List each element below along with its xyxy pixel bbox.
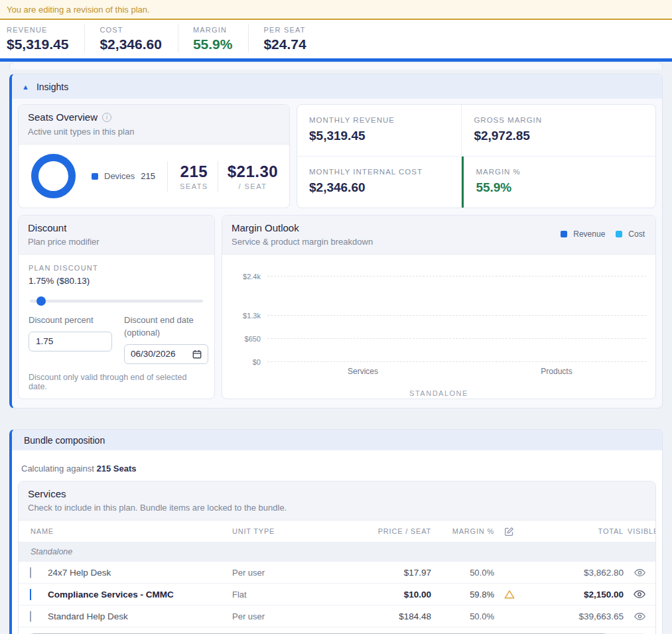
row-checkbox[interactable]: [30, 611, 31, 622]
discount-end-date-input[interactable]: 06/30/2026: [124, 344, 208, 364]
bundle-composition-header[interactable]: Bundle composition: [12, 430, 662, 450]
service-row-compliance-cmmc[interactable]: Compliance Services - CMMC Flat $10.00 5…: [19, 584, 655, 605]
stat-revenue: REVENUE $5,319.45: [5, 25, 84, 52]
service-name: Standard Help Desk: [48, 611, 232, 621]
col-name: NAME: [19, 527, 232, 535]
discount-slider[interactable]: [30, 296, 203, 306]
row-checkbox[interactable]: [30, 567, 31, 578]
stat-margin-value: 55.9%: [193, 36, 233, 52]
legend-item-revenue[interactable]: Revenue: [561, 229, 605, 239]
margin-pct-value: 55.9%: [476, 180, 655, 195]
visibility-eye-icon[interactable]: [624, 590, 655, 599]
calculating-seats-value: 215 Seats: [96, 464, 136, 474]
services-card: Services Check to include in this plan. …: [18, 481, 656, 634]
services-subtitle: Check to include in this plan. Bundle it…: [28, 503, 646, 513]
discount-end-date-value: 06/30/2026: [131, 349, 176, 359]
bundle-composition-panel: Bundle composition Calculating against 2…: [9, 429, 663, 634]
calendar-icon[interactable]: [192, 349, 202, 359]
seats-overview-card: Seats Overviewi Active unit types in thi…: [18, 104, 290, 208]
monthly-revenue-label: MONTHLY REVENUE: [309, 116, 461, 124]
chart-group-label: STANDALONE: [222, 389, 655, 397]
ytick-650: $650: [230, 335, 261, 343]
monthly-internal-cost-cell: MONTHLY INTERNAL COST $2,346.60: [297, 157, 462, 208]
gridline-2400: $2.4k: [267, 276, 646, 277]
collapse-triangle-icon[interactable]: ▲: [22, 83, 29, 91]
visibility-eye-icon[interactable]: [624, 568, 655, 577]
margin-warning-icon: [494, 590, 524, 600]
revenue-legend-label: Revenue: [573, 229, 605, 239]
monthly-internal-cost-label: MONTHLY INTERNAL COST: [309, 168, 461, 176]
row-checkbox[interactable]: [30, 589, 31, 600]
cost-legend-swatch: [616, 231, 622, 237]
margin-outlook-title: Margin Outlook: [232, 222, 373, 233]
margin-pct-cell: MARGIN % 55.9%: [462, 157, 655, 208]
discount-title: Discount: [28, 222, 205, 233]
discount-percent-input[interactable]: [29, 332, 112, 351]
insights-title: Insights: [36, 82, 68, 92]
revenue-legend-swatch: [561, 231, 567, 237]
stat-cost: COST $2,346.60: [84, 25, 177, 52]
plan-discount-label: PLAN DISCOUNT: [29, 264, 204, 272]
donut-legend-devices: Devices 215: [92, 171, 155, 181]
divider: [167, 161, 168, 192]
service-margin: 59.8%: [431, 590, 494, 600]
discount-note-1: Discount only valid through end of selec…: [29, 373, 204, 391]
service-row-standard-help-desk[interactable]: Standard Help Desk Per user $184.48 50.0…: [19, 605, 655, 627]
stat-per-seat: PER SEAT $24.74: [248, 25, 322, 52]
slider-thumb[interactable]: [36, 296, 46, 306]
service-total: $39,663.65: [524, 611, 624, 621]
service-row-24x7-help-desk[interactable]: 24x7 Help Desk Per user $17.97 50.0% $3,…: [19, 562, 655, 584]
bundle-composition-title: Bundle composition: [24, 435, 105, 446]
seats-total-unit: SEATS: [180, 182, 208, 190]
seats-overview-title: Seats Overview: [28, 111, 98, 123]
legend-item-cost[interactable]: Cost: [616, 229, 645, 239]
discount-end-date-label: Discount end date(optional): [124, 314, 208, 340]
insights-panel: ▲ Insights Seats Overviewi Active unit t…: [9, 74, 663, 409]
divider: [218, 161, 218, 192]
gridline-650: $650: [267, 338, 646, 339]
per-seat-price-unit: / SEAT: [228, 182, 278, 190]
ytick-1300: $1.3k: [230, 312, 261, 320]
per-seat-price-value: $21.30: [228, 162, 278, 181]
partial-panel-top: [9, 62, 663, 70]
calculating-against-line: Calculating against 215 Seats: [18, 456, 656, 481]
chart-category-labels: Services Products: [267, 367, 646, 377]
per-seat-price: $21.30 / SEAT: [228, 162, 278, 190]
chart-legend: Revenue Cost: [561, 229, 645, 239]
service-unit-type: Flat: [232, 590, 355, 600]
stat-revenue-value: $5,319.45: [7, 36, 68, 52]
seats-total: 215 SEATS: [180, 162, 208, 190]
service-name: Compliance Services - CMMC: [48, 590, 232, 600]
ytick-0: $0: [230, 358, 261, 366]
service-unit-type: Per user: [232, 568, 355, 578]
visibility-eye-icon[interactable]: [624, 612, 655, 621]
margin-pct-label: MARGIN %: [476, 168, 655, 176]
bar-chart: $0 $650 $1.3k $2.4k: [267, 269, 646, 362]
stat-cost-label: COST: [100, 26, 161, 34]
services-title: Services: [28, 488, 646, 499]
edit-margin-icon[interactable]: [494, 527, 524, 537]
service-price: $184.48: [355, 611, 431, 621]
group-row-standalone: Standalone: [19, 542, 655, 562]
insights-header[interactable]: ▲ Insights: [12, 74, 662, 99]
stat-per-seat-label: PER SEAT: [263, 26, 306, 34]
service-price: $17.97: [355, 568, 431, 578]
service-total: $2,150.00: [524, 590, 624, 600]
revision-banner: You are editing a revision of this plan.: [0, 0, 672, 20]
service-name: 24x7 Help Desk: [48, 568, 232, 578]
col-total: TOTAL: [524, 527, 624, 535]
monthly-revenue-cell: MONTHLY REVENUE $5,319.45: [297, 105, 462, 157]
monthly-internal-cost-value: $2,346.60: [309, 180, 461, 195]
category-label-products: Products: [541, 367, 572, 376]
ytick-2400: $2.4k: [230, 273, 261, 281]
slider-track[interactable]: [30, 300, 203, 302]
col-unit-type: UNIT TYPE: [232, 527, 355, 535]
col-margin-pct: MARGIN %: [431, 527, 494, 535]
stat-margin-label: MARGIN: [193, 26, 233, 34]
info-icon[interactable]: i: [102, 113, 111, 122]
margin-outlook-card: Margin Outlook Service & product margin …: [222, 215, 656, 399]
service-margin: 50.0%: [431, 568, 494, 578]
services-table: NAME UNIT TYPE PRICE / SEAT MARGIN % TOT…: [19, 521, 655, 634]
gridline-0: $0: [267, 361, 646, 362]
stat-revenue-label: REVENUE: [7, 26, 68, 34]
